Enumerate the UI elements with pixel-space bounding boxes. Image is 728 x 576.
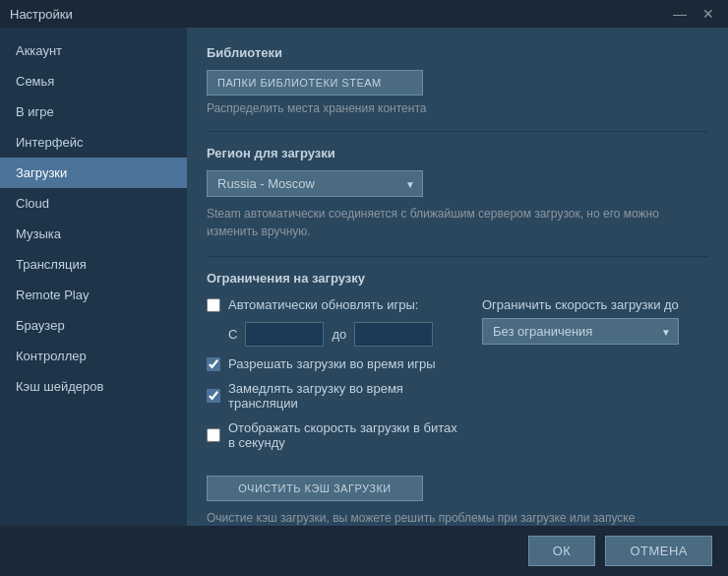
settings-window: Настройки — ✕ АккаунтСемьяВ игреИнтерфей…	[0, 0, 728, 576]
auto-update-checkbox[interactable]	[207, 298, 220, 312]
speed-select[interactable]: Без ограничения 10 KB/s 100 KB/s 1 MB/s …	[482, 318, 679, 345]
auto-update-label: Автоматически обновлять игры:	[228, 297, 418, 312]
auto-update-row: Автоматически обновлять игры:	[207, 297, 462, 312]
minimize-button[interactable]: —	[669, 6, 691, 22]
speed-select-wrapper: Без ограничения 10 KB/s 100 KB/s 1 MB/s …	[482, 318, 679, 345]
divider-2	[207, 256, 708, 257]
time-to-label: до	[332, 327, 346, 342]
region-select-wrapper: Russia - Moscow Russia - St. Petersburg …	[207, 170, 423, 197]
sidebar-item-controller[interactable]: Контроллер	[0, 341, 187, 371]
close-button[interactable]: ✕	[698, 6, 718, 22]
show-speed-bits-checkbox[interactable]	[207, 428, 220, 442]
restrictions-row: Автоматически обновлять игры: С до Разре…	[207, 297, 708, 460]
divider-1	[207, 131, 708, 132]
libraries-title: Библиотеки	[207, 45, 708, 60]
main-panel: Библиотеки ПАПКИ БИБЛИОТЕКИ STEAM Распре…	[187, 28, 728, 526]
library-folders-button[interactable]: ПАПКИ БИБЛИОТЕКИ STEAM	[207, 70, 423, 96]
restrictions-title: Ограничения на загрузку	[207, 271, 708, 286]
sidebar-item-broadcast[interactable]: Трансляция	[0, 249, 187, 280]
sidebar-item-account[interactable]: Аккаунт	[0, 35, 187, 66]
slow-broadcast-row: Замедлять загрузку во время трансляции	[207, 381, 462, 411]
sidebar-item-downloads[interactable]: Загрузки	[0, 158, 187, 188]
region-select[interactable]: Russia - Moscow Russia - St. Petersburg …	[207, 170, 423, 197]
region-warn: Steam автоматически соединяется с ближай…	[207, 205, 679, 240]
footer: ОК ОТМЕНА	[0, 526, 728, 576]
restrictions-left: Автоматически обновлять игры: С до Разре…	[207, 297, 462, 460]
sidebar-item-shadercache[interactable]: Кэш шейдеров	[0, 371, 187, 402]
time-from-input[interactable]	[245, 322, 324, 347]
time-from-label: С	[228, 327, 237, 342]
library-desc: Распределить места хранения контента	[207, 101, 708, 115]
show-speed-bits-label: Отображать скорость загрузки в битах в с…	[228, 420, 462, 450]
region-title: Регион для загрузки	[207, 146, 708, 160]
slow-broadcast-label: Замедлять загрузку во время трансляции	[228, 381, 462, 411]
ok-button[interactable]: ОК	[528, 536, 596, 566]
restrictions-right: Ограничить скорость загрузки до Без огра…	[482, 297, 708, 345]
sidebar-item-interface[interactable]: Интерфейс	[0, 127, 187, 158]
sidebar-item-ingame[interactable]: В игре	[0, 96, 187, 127]
titlebar-controls: — ✕	[669, 6, 718, 22]
sidebar-item-music[interactable]: Музыка	[0, 219, 187, 249]
sidebar-item-family[interactable]: Семья	[0, 66, 187, 96]
allow-gaming-row: Разрешать загрузки во время игры	[207, 356, 462, 371]
clear-cache-button[interactable]: ОЧИСТИТЬ КЭШ ЗАГРУЗКИ	[207, 476, 423, 501]
allow-gaming-checkbox[interactable]	[207, 357, 220, 371]
window-title: Настройки	[10, 7, 73, 22]
sidebar-item-cloud[interactable]: Cloud	[0, 188, 187, 219]
sidebar-item-browser[interactable]: Браузер	[0, 310, 187, 341]
main-content: АккаунтСемьяВ игреИнтерфейсЗагрузкиCloud…	[0, 28, 728, 526]
slow-broadcast-checkbox[interactable]	[207, 389, 220, 403]
clear-cache-desc: Очистие кэш загрузки, вы можете решить п…	[207, 509, 679, 526]
titlebar: Настройки — ✕	[0, 0, 728, 28]
time-to-input[interactable]	[354, 322, 433, 347]
sidebar-item-remoteplay[interactable]: Remote Play	[0, 280, 187, 310]
speed-label: Ограничить скорость загрузки до	[482, 297, 708, 312]
sidebar: АккаунтСемьяВ игреИнтерфейсЗагрузкиCloud…	[0, 28, 187, 526]
show-speed-bits-row: Отображать скорость загрузки в битах в с…	[207, 420, 462, 450]
cancel-button[interactable]: ОТМЕНА	[605, 536, 712, 566]
allow-gaming-label: Разрешать загрузки во время игры	[228, 356, 436, 371]
time-row: С до	[228, 322, 462, 347]
